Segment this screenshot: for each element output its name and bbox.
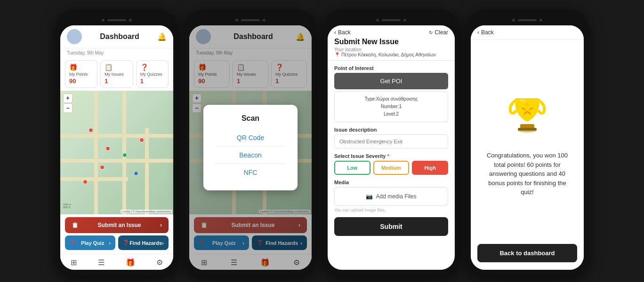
- back-dashboard-button[interactable]: Back to dashboard: [477, 244, 577, 262]
- media-hint: You can upload image files.: [334, 208, 448, 212]
- scan-modal-title: Scan: [215, 114, 286, 123]
- avatar: [67, 29, 82, 44]
- nav-home-icon[interactable]: ⊞: [71, 258, 77, 267]
- stat-quizzes: ❓ My Quizzes 1: [136, 60, 169, 88]
- back-chevron-icon-4: ‹: [477, 29, 479, 36]
- scan-modal: Scan QR Code Beacon NFC: [203, 105, 298, 190]
- submit-issue-arrow: ›: [160, 222, 162, 228]
- submit-issue-label: Submit an Issue: [97, 222, 141, 228]
- find-hazards-icon: ❓: [123, 240, 129, 246]
- add-media-button[interactable]: 📷 Add media Files: [366, 193, 416, 200]
- phone-3: ‹ Back ↻ Clear Submit New Issue Your loc…: [324, 9, 459, 275]
- issue-desc-label: Issue description: [334, 127, 448, 133]
- quizzes-value: 1: [140, 78, 144, 85]
- scan-nfc-button[interactable]: NFC: [215, 164, 286, 181]
- media-label: Media: [334, 180, 448, 185]
- points-value: 90: [69, 78, 76, 85]
- submit-issue-button[interactable]: 📋 Submit an Issue ›: [65, 217, 169, 233]
- severity-high-button[interactable]: High: [412, 161, 448, 175]
- back-button-4[interactable]: ‹ Back: [477, 29, 494, 36]
- page-title: Dashboard: [100, 32, 139, 41]
- play-quiz-label: Play Quiz: [81, 240, 105, 246]
- congrats-header: ‹ Back: [471, 25, 584, 40]
- back-label-4: Back: [481, 29, 494, 36]
- bell-icon[interactable]: 🔔: [157, 32, 167, 41]
- poi-label: Point of Interest: [334, 65, 448, 71]
- get-poi-button[interactable]: Get POI: [334, 73, 448, 89]
- back-label: Back: [338, 29, 351, 36]
- scan-modal-overlay[interactable]: Scan QR Code Beacon NFC: [189, 25, 312, 270]
- map-controls: + −: [63, 94, 72, 113]
- congrats-body: Congratulations, you won 100 total point…: [471, 40, 584, 236]
- map-area: + − 100 m 500 ft Leaflet | © OpenStreetM…: [60, 91, 173, 214]
- issues-value: 1: [105, 78, 108, 85]
- points-label: My Points: [69, 72, 88, 77]
- poi-section: Point of Interest Get POI Type:Χώροι συν…: [334, 65, 448, 122]
- phone-1: Dashboard 🔔 Tuesday, 9th May 🎁 My Points…: [56, 9, 177, 275]
- phone-4: ‹ Back: [467, 9, 588, 275]
- clear-refresh-icon: ↻: [429, 30, 433, 35]
- severity-label: Select Issue Severity *: [334, 153, 448, 159]
- submit-header: ‹ Back ↻ Clear Submit New Issue Your loc…: [328, 25, 455, 61]
- congrats-text: Congratulations, you won 100 total point…: [480, 151, 574, 197]
- play-quiz-arrow: ›: [109, 240, 111, 246]
- submit-button[interactable]: Submit: [334, 217, 448, 236]
- scan-beacon-button[interactable]: Beacon: [215, 147, 286, 164]
- stats-row: 🎁 My Points 90 📋 My Issues 1 ❓ My Quizze…: [60, 57, 173, 91]
- poi-info: Type:Χώροι συνάθροισης Number:1 Level:2: [334, 91, 448, 122]
- submit-issue-icon: 📋: [72, 222, 79, 228]
- find-hazards-button[interactable]: ❓ Find Hazards ›: [118, 235, 169, 250]
- poi-level: Level:2: [339, 110, 443, 118]
- back-button[interactable]: ‹ Back: [334, 29, 351, 36]
- camera-icon: 📷: [366, 193, 373, 200]
- stat-issues: 📋 My Issues 1: [100, 60, 133, 88]
- severity-required: *: [387, 153, 389, 159]
- nav-list-icon[interactable]: ☰: [98, 258, 105, 267]
- severity-medium-button[interactable]: Medium: [373, 161, 410, 175]
- location-label: Your location: [334, 47, 448, 52]
- play-quiz-icon: ❓: [70, 240, 76, 246]
- clear-button[interactable]: ↻ Clear: [429, 29, 448, 36]
- submit-title: Submit New Issue: [334, 38, 448, 46]
- quizzes-label: My Quizzes: [140, 72, 162, 77]
- date-label: Tuesday, 9th May: [60, 48, 173, 57]
- app-header: Dashboard 🔔: [60, 25, 173, 48]
- zoom-in-button[interactable]: +: [63, 94, 72, 103]
- nav-gift-icon[interactable]: 🎁: [126, 258, 135, 267]
- poi-number: Number:1: [339, 103, 443, 110]
- svg-point-0: [72, 32, 77, 37]
- trophy-icon: [504, 89, 551, 143]
- congrats-footer: Back to dashboard: [471, 236, 584, 270]
- severity-label-text: Select Issue Severity: [334, 153, 386, 159]
- location-pin-icon: 📍: [334, 52, 340, 57]
- svg-rect-6: [518, 128, 537, 131]
- issues-label: My Issues: [105, 72, 124, 77]
- stat-points: 🎁 My Points 90: [65, 60, 97, 88]
- back-chevron-icon: ‹: [334, 29, 336, 36]
- severity-low-button[interactable]: Low: [334, 161, 370, 175]
- play-quiz-button[interactable]: ❓ Play Quiz ›: [65, 235, 115, 250]
- clear-label: Clear: [435, 29, 448, 36]
- find-hazards-label: Find Hazards: [129, 240, 162, 246]
- scan-qr-button[interactable]: QR Code: [215, 129, 286, 147]
- media-box: 📷 Add media Files: [334, 187, 448, 206]
- issues-icon: 📋: [105, 63, 113, 71]
- issue-description-section: Issue description: [334, 127, 448, 149]
- severity-section: Select Issue Severity * Low Medium High: [334, 153, 448, 175]
- map-scale: 100 m 500 ft: [63, 203, 71, 209]
- media-section: Media 📷 Add media Files You can upload i…: [334, 180, 448, 212]
- points-icon: 🎁: [69, 63, 77, 71]
- zoom-out-button[interactable]: −: [63, 103, 72, 113]
- issue-description-input[interactable]: [334, 134, 448, 149]
- quizzes-icon: ❓: [140, 63, 148, 71]
- map-attribution: Leaflet | © OpenStreetMap contributors: [121, 210, 172, 213]
- bottom-nav: ⊞ ☰ 🎁 ⚙: [60, 254, 173, 270]
- poi-type: Type:Χώροι συνάθροισης: [339, 95, 443, 103]
- location-address: Πέτρου Κόκκαλη, Κολωνάκι, Δήμος Αθηναίων: [341, 52, 436, 57]
- svg-point-1: [70, 38, 79, 43]
- location-text: 📍 Πέτρου Κόκκαλη, Κολωνάκι, Δήμος Αθηναί…: [334, 52, 448, 57]
- submit-body: Point of Interest Get POI Type:Χώροι συν…: [328, 61, 455, 241]
- add-media-label: Add media Files: [376, 193, 416, 200]
- find-hazards-arrow: ›: [162, 240, 164, 246]
- nav-settings-icon[interactable]: ⚙: [156, 258, 163, 267]
